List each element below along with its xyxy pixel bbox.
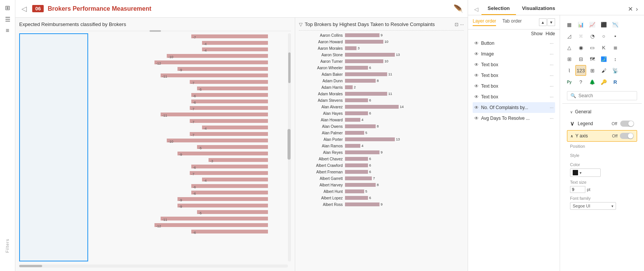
- more-dots-icon[interactable]: ···: [550, 62, 554, 67]
- list-view-icon[interactable]: ☰: [3, 15, 12, 24]
- waterfall-icon[interactable]: ↕: [610, 54, 621, 64]
- color-row: Color ▾: [567, 161, 637, 178]
- search-bar[interactable]: 🔍: [567, 91, 637, 100]
- scatter-icon[interactable]: ⁙: [575, 31, 586, 41]
- layer-item-no-of-complaints[interactable]: 👁 No. Of Complaints by... ···: [473, 102, 555, 113]
- eye-icon[interactable]: 👁: [474, 83, 479, 89]
- grid-view-icon[interactable]: ⊞: [3, 3, 12, 12]
- feather-icon[interactable]: 🪶: [453, 4, 463, 13]
- show-button[interactable]: Show: [531, 31, 542, 36]
- style-label: Style: [570, 153, 634, 158]
- font-family-label: Font family: [570, 196, 634, 201]
- arrow-down-button[interactable]: ▼: [547, 18, 555, 26]
- chevron-icon: ∨: [570, 110, 573, 114]
- eye-icon[interactable]: 👁: [474, 51, 479, 57]
- table-viz-icon[interactable]: ⊞: [564, 54, 575, 64]
- layer-item-textbox4[interactable]: 👁 Text box ···: [473, 91, 555, 102]
- layer-item-textbox2[interactable]: 👁 Text box ···: [473, 70, 555, 81]
- custom-viz-icon[interactable]: 123: [575, 65, 586, 76]
- eye-icon[interactable]: 👁: [474, 41, 479, 46]
- layer-item-image[interactable]: 👁 Image ···: [473, 49, 555, 59]
- funnel-icon[interactable]: △: [564, 42, 575, 53]
- layer-item-button[interactable]: 👁 Button ···: [473, 38, 555, 49]
- stacked-bar-icon[interactable]: ▦: [564, 19, 575, 30]
- clustered-col-icon[interactable]: ⬛: [598, 19, 609, 30]
- left-chart-container: -7 -4 -4 -10 -12 -9 -11 -7 -5 -6 -6 -7 -…: [19, 33, 291, 268]
- arrow-up-button[interactable]: ▲: [539, 18, 547, 26]
- panel-expand-button[interactable]: ›: [634, 4, 639, 14]
- more-dots-icon[interactable]: ···: [550, 73, 554, 78]
- format-table-icon[interactable]: ⊞: [587, 65, 598, 76]
- eye-icon[interactable]: 👁: [474, 94, 479, 100]
- general-header[interactable]: ∨ General: [567, 107, 637, 117]
- format-analytics-icon[interactable]: 📡: [610, 65, 621, 76]
- eye-icon[interactable]: 👁: [474, 105, 479, 110]
- layer-item-textbox3[interactable]: 👁 Text box ···: [473, 81, 555, 91]
- layer-item-textbox1[interactable]: 👁 Text box ···: [473, 59, 555, 70]
- clustered-bar-icon[interactable]: 📊: [575, 19, 586, 30]
- yaxis-row[interactable]: ∧ Y axis Off: [567, 130, 637, 142]
- broker-row: Alan Reyes 9: [299, 149, 464, 155]
- donut-icon[interactable]: ○: [598, 31, 609, 41]
- broker-row: Aaron Turner 10: [299, 58, 464, 64]
- back-button[interactable]: ◁: [20, 3, 28, 15]
- filled-map-icon[interactable]: 🗾: [598, 54, 609, 64]
- eye-icon[interactable]: 👁: [474, 73, 479, 78]
- stacked-col-icon[interactable]: 📈: [587, 19, 598, 30]
- more-dots-icon[interactable]: ···: [550, 105, 554, 110]
- map-icon[interactable]: 🗺: [587, 54, 598, 64]
- font-family-select[interactable]: Segoe UI ▾: [570, 202, 616, 210]
- focus-icon[interactable]: ⊡: [455, 22, 458, 27]
- r-visual-icon[interactable]: R: [610, 77, 621, 87]
- middle-scrollbar[interactable]: [288, 129, 291, 160]
- eye-icon[interactable]: 👁: [474, 116, 479, 121]
- broker-row: Adam Dunn 8: [299, 78, 464, 84]
- treemap-icon[interactable]: ▪: [610, 31, 621, 41]
- more-dots-icon[interactable]: ···: [550, 116, 554, 121]
- position-label: Position: [570, 144, 634, 149]
- panel-back-button[interactable]: ◁: [473, 5, 480, 14]
- qna-visual-icon[interactable]: ?: [575, 77, 586, 87]
- subtab-layer-order[interactable]: Layer order: [473, 18, 496, 26]
- line-icon[interactable]: 📉: [610, 19, 621, 30]
- tab-visualizations[interactable]: Visualizations: [516, 3, 561, 15]
- legend-toggle[interactable]: [620, 121, 634, 127]
- area-icon[interactable]: ◿: [564, 31, 575, 41]
- more-dots-icon[interactable]: ···: [550, 51, 554, 57]
- more-dots-icon[interactable]: ···: [550, 94, 554, 100]
- tab-selection[interactable]: Selection: [481, 3, 516, 15]
- decomp-tree-icon[interactable]: 🌲: [587, 77, 598, 87]
- color-select[interactable]: ▾: [570, 168, 601, 177]
- more-dots-icon[interactable]: ···: [550, 41, 554, 46]
- yaxis-label: Y axis: [575, 133, 612, 139]
- style-row: Style: [567, 152, 637, 161]
- ribbon-icon[interactable]: ⌇: [564, 65, 575, 76]
- show-hide-row: Show Hide: [468, 31, 560, 36]
- gauge-icon[interactable]: ◉: [575, 42, 586, 53]
- broker-row: Albert Hunt 5: [299, 188, 464, 194]
- pie-icon[interactable]: ◔: [587, 31, 598, 41]
- search-input[interactable]: [578, 93, 636, 98]
- layer-list: 👁 Button ··· 👁 Image ··· 👁 Text box ···: [468, 36, 560, 271]
- subtab-tab-order[interactable]: Tab order: [502, 18, 522, 26]
- card-icon[interactable]: ▭: [587, 42, 598, 53]
- filter-view-icon[interactable]: ≡: [3, 26, 12, 35]
- slicer-icon[interactable]: ≣: [610, 42, 621, 53]
- left-bar-chart: -7 -4 -4 -10 -12 -9 -11 -7 -5 -6 -6 -7 -…: [88, 33, 279, 261]
- python-icon[interactable]: Py: [564, 77, 575, 87]
- format-brush-icon[interactable]: 🖌: [598, 65, 609, 76]
- filter-icon[interactable]: ▽: [299, 22, 302, 27]
- eye-icon[interactable]: 👁: [474, 62, 479, 67]
- yaxis-toggle[interactable]: [620, 133, 634, 139]
- more-icon[interactable]: ···: [460, 22, 464, 27]
- matrix-icon[interactable]: ⊟: [575, 54, 586, 64]
- broker-row: Adam Stevens 6: [299, 97, 464, 103]
- text-size-input[interactable]: [570, 186, 585, 193]
- hide-button[interactable]: Hide: [545, 31, 555, 36]
- kpi-icon[interactable]: K: [598, 42, 609, 53]
- key-influencer-icon[interactable]: 🔑: [598, 77, 609, 87]
- more-dots-icon[interactable]: ···: [550, 83, 554, 89]
- layer-item-avg-days[interactable]: 👁 Avg Days To Resolve ... ···: [473, 113, 555, 124]
- panel-close-button[interactable]: ✕: [626, 4, 634, 14]
- left-chart-panel: Expected Reimbursements classified by Br…: [15, 18, 295, 271]
